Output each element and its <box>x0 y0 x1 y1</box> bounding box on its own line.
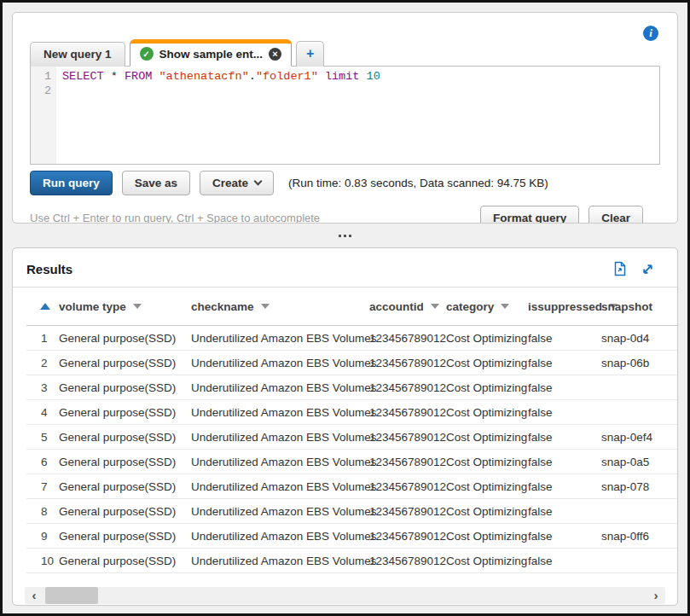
new-tab-button[interactable]: + <box>296 41 324 67</box>
tab-label: Show sample ent... <box>159 48 264 61</box>
run-query-button[interactable]: Run query <box>30 171 113 195</box>
cell-volume-type: General purpose(SSD) <box>59 549 191 572</box>
column-header-snapshot[interactable]: snapshot <box>601 288 677 325</box>
cell-snapshot: snap-0d4 <box>601 326 677 350</box>
create-button-label: Create <box>212 177 248 189</box>
table-row: 9General purpose(SSD)Underutilized Amazo… <box>26 524 677 549</box>
column-label: accountid <box>369 300 424 313</box>
run-stats: (Run time: 0.83 seconds, Data scanned: 9… <box>288 177 548 189</box>
sql-keyword: FROM <box>125 70 152 83</box>
column-header-issuppressed[interactable]: issuppressed <box>528 288 601 325</box>
sql-dot: . <box>249 70 256 83</box>
cell-checkname: Underutilized Amazon EBS Volumes <box>191 499 369 523</box>
cell-issuppressed: false <box>528 351 601 375</box>
cell-snapshot <box>601 375 677 399</box>
scrollbar-thumb[interactable] <box>45 587 98 604</box>
column-header-volume-type[interactable]: volume type <box>59 288 191 325</box>
column-label: checkname <box>191 300 254 313</box>
plus-icon: + <box>306 46 314 61</box>
create-button[interactable]: Create <box>200 171 274 195</box>
sql-keyword: SELECT <box>62 70 104 83</box>
cell-snapshot: snap-06b <box>601 351 677 375</box>
column-header-category[interactable]: category <box>446 288 528 325</box>
results-table-body: 1General purpose(SSD)Underutilized Amazo… <box>26 326 677 573</box>
cell-issuppressed: false <box>528 400 601 424</box>
cell-volume-type: General purpose(SSD) <box>59 450 191 474</box>
cell-num: 10 <box>26 549 59 572</box>
cell-num: 7 <box>26 474 59 498</box>
cell-snapshot: snap-078 <box>601 474 677 498</box>
cell-accountid: 123456789012 <box>369 474 446 498</box>
editor-footer: Use Ctrl + Enter to run query, Ctrl + Sp… <box>30 206 660 224</box>
column-label: category <box>446 300 494 313</box>
horizontal-scrollbar[interactable]: ‹ › <box>25 587 665 604</box>
cell-category: Cost Optimizing <box>446 524 528 548</box>
query-toolbar: Run query Save as Create (Run time: 0.83… <box>30 171 660 195</box>
clear-button[interactable]: Clear <box>589 206 643 224</box>
cell-issuppressed: false <box>528 499 601 523</box>
cell-checkname: Underutilized Amazon EBS Volumes <box>191 326 369 350</box>
cell-accountid: 123456789012 <box>369 549 446 572</box>
athena-console-window: { "icons": { "info": "i", "check": "✓", … <box>0 0 690 616</box>
cell-num: 1 <box>26 326 59 350</box>
sql-editor[interactable]: 1 2 SELECT * FROM "athenatacfn"."folder1… <box>30 66 660 165</box>
cell-category: Cost Optimizing <box>446 326 528 350</box>
scroll-left-icon[interactable]: ‹ <box>25 587 43 604</box>
cell-volume-type: General purpose(SSD) <box>59 524 191 548</box>
results-title: Results <box>26 262 72 276</box>
cell-snapshot <box>601 499 677 523</box>
column-header-accountid[interactable]: accountid <box>369 288 446 325</box>
cell-volume-type: General purpose(SSD) <box>59 499 191 523</box>
query-editor-panel: i New query 1 ✓ Show sample ent... × + 1… <box>12 12 678 224</box>
cell-snapshot <box>601 549 677 572</box>
cell-issuppressed: false <box>528 375 601 399</box>
tab-show-sample-entries[interactable]: ✓ Show sample ent... × <box>130 39 293 67</box>
format-query-button[interactable]: Format query <box>480 206 579 224</box>
close-tab-icon[interactable]: × <box>269 48 281 61</box>
tab-bar: New query 1 ✓ Show sample ent... × + <box>13 39 677 67</box>
expand-results-icon[interactable] <box>641 262 655 276</box>
column-header-checkname[interactable]: checkname <box>191 288 369 325</box>
cell-num: 9 <box>26 524 59 548</box>
column-sort-menu-icon <box>431 304 439 309</box>
panel-splitter[interactable] <box>3 224 687 247</box>
cell-category: Cost Optimizing <box>446 425 528 449</box>
cell-checkname: Underutilized Amazon EBS Volumes <box>191 549 369 572</box>
cell-volume-type: General purpose(SSD) <box>59 351 191 375</box>
scroll-right-icon[interactable]: › <box>647 587 665 604</box>
table-row: 3General purpose(SSD)Underutilized Amazo… <box>26 375 677 400</box>
cell-num: 3 <box>26 375 59 399</box>
cell-num: 8 <box>26 499 59 523</box>
table-row: 1General purpose(SSD)Underutilized Amazo… <box>26 326 677 351</box>
cell-snapshot <box>601 400 677 424</box>
cell-checkname: Underutilized Amazon EBS Volumes <box>191 400 369 424</box>
cell-issuppressed: false <box>528 326 601 350</box>
line-number-gutter: 1 2 <box>31 67 56 164</box>
sql-number: 10 <box>367 70 380 83</box>
tab-label: New query 1 <box>43 48 112 61</box>
cell-category: Cost Optimizing <box>446 351 528 375</box>
download-results-file-icon[interactable] <box>613 261 627 276</box>
cell-accountid: 123456789012 <box>369 425 446 449</box>
column-label: volume type <box>59 300 126 313</box>
cell-category: Cost Optimizing <box>446 400 528 424</box>
column-label: issuppressed <box>528 300 602 313</box>
cell-issuppressed: false <box>528 474 601 498</box>
table-row: 5General purpose(SSD)Underutilized Amazo… <box>26 425 677 450</box>
cell-category: Cost Optimizing <box>446 499 528 523</box>
cell-checkname: Underutilized Amazon EBS Volumes <box>191 450 369 474</box>
tab-new-query-1[interactable]: New query 1 <box>30 42 125 67</box>
results-header: Results <box>13 248 677 288</box>
sql-operator: * <box>111 70 118 83</box>
sort-ascending-icon <box>40 303 50 310</box>
column-header-num[interactable] <box>26 288 59 325</box>
save-as-button[interactable]: Save as <box>122 171 190 195</box>
drag-handle-dot <box>344 235 346 237</box>
cell-volume-type: General purpose(SSD) <box>59 400 191 424</box>
table-row: 2General purpose(SSD)Underutilized Amazo… <box>26 351 677 375</box>
table-header-row: volume typechecknameaccountidcategoryiss… <box>26 288 677 326</box>
drag-handle-dot <box>339 235 341 237</box>
table-row: 8General purpose(SSD)Underutilized Amazo… <box>26 499 677 524</box>
chevron-down-icon <box>254 177 263 186</box>
line-number: 1 <box>31 69 51 84</box>
